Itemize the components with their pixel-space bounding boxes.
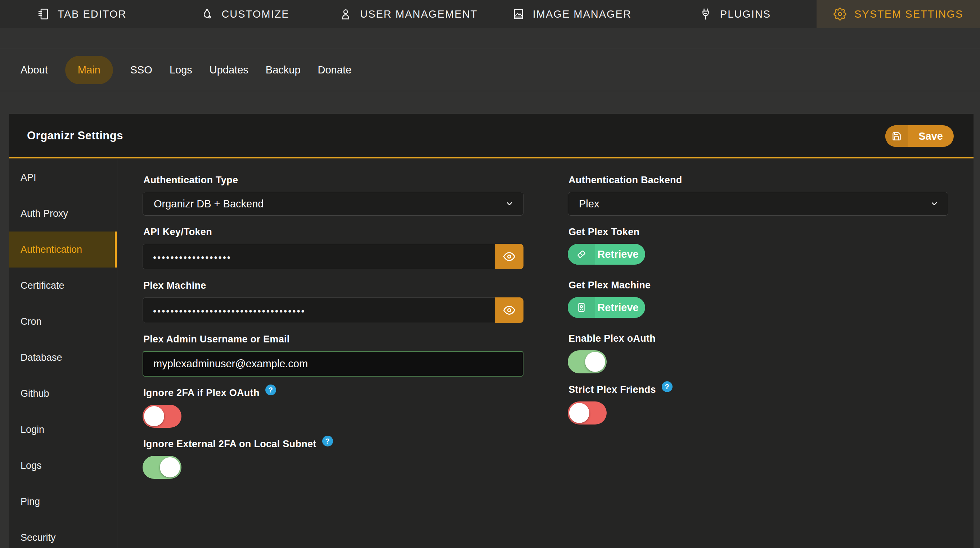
settings-column-right: Authentication Backend Plex Get Plex Tok…: [568, 159, 948, 435]
top-navigation: TAB EDITOR CUSTOMIZE USER MANAGEMENT IMA…: [0, 0, 980, 28]
tab-label: TAB EDITOR: [57, 8, 126, 20]
retrieve-plex-machine-button[interactable]: Retrieve: [568, 297, 645, 318]
retrieve-plex-token-button[interactable]: Retrieve: [568, 244, 645, 264]
tab-system-settings[interactable]: SYSTEM SETTINGS: [816, 0, 980, 28]
subnav-item-main[interactable]: Main: [65, 56, 113, 84]
sidebar-item-authentication[interactable]: Authentication: [9, 231, 117, 268]
field-label: Authentication Backend: [568, 174, 948, 186]
settings-column-left: Authentication Type Organizr DB + Backen…: [143, 159, 523, 489]
ticket-icon: [568, 244, 595, 264]
field-label: Strict Plex Friends: [568, 384, 656, 395]
select-value: Plex: [579, 198, 599, 210]
toggle-knob: [160, 457, 180, 478]
help-icon[interactable]: ?: [322, 436, 333, 446]
tab-label: USER MANAGEMENT: [360, 8, 477, 20]
field-authentication-backend: Authentication Backend Plex: [568, 174, 948, 216]
sidebar-item-github[interactable]: Github: [9, 376, 117, 411]
field-ignore-2fa: Ignore 2FA if Plex OAuth ?: [143, 387, 523, 428]
tab-tab-editor[interactable]: TAB EDITOR: [0, 0, 164, 28]
field-authentication-type: Authentication Type Organizr DB + Backen…: [143, 174, 523, 216]
plex-admin-input[interactable]: [143, 351, 523, 377]
save-button-label: Save: [908, 125, 954, 147]
sidebar-item-certificate[interactable]: Certificate: [9, 268, 117, 304]
subnav-item-logs[interactable]: Logs: [170, 64, 192, 76]
field-label: Get Plex Token: [568, 226, 948, 238]
tab-image-manager[interactable]: IMAGE MANAGER: [490, 0, 654, 28]
panel-header: Organizr Settings Save: [9, 114, 974, 158]
tab-customize[interactable]: CUSTOMIZE: [164, 0, 327, 28]
save-button[interactable]: Save: [885, 125, 954, 147]
field-label: Enable Plex oAuth: [568, 332, 948, 344]
field-label: Ignore External 2FA on Local Subnet: [143, 438, 317, 450]
customize-icon: [200, 8, 213, 21]
plugins-icon: [699, 8, 712, 21]
tab-user-management[interactable]: USER MANAGEMENT: [326, 0, 490, 28]
subnav-item-sso[interactable]: SSO: [130, 64, 152, 76]
authentication-backend-select[interactable]: Plex: [568, 192, 948, 216]
subnav-item-backup[interactable]: Backup: [266, 64, 301, 76]
sidebar-item-security[interactable]: Security: [9, 519, 117, 548]
field-enable-plex-oauth: Enable Plex oAuth: [568, 332, 948, 373]
page-title: Organizr Settings: [27, 129, 123, 142]
field-ignore-external-2fa: Ignore External 2FA on Local Subnet ?: [143, 438, 523, 479]
id-badge-icon: [568, 297, 595, 318]
toggle-knob: [585, 352, 605, 372]
reveal-plex-machine-button[interactable]: [495, 297, 523, 323]
settings-sidebar: API Auth Proxy Authentication Certificat…: [9, 159, 118, 548]
save-icon: [885, 125, 908, 147]
subnav-item-about[interactable]: About: [21, 64, 48, 76]
authentication-type-select[interactable]: Organizr DB + Backend: [143, 192, 523, 216]
strict-plex-friends-toggle[interactable]: [568, 401, 607, 424]
toggle-knob: [144, 406, 164, 426]
chevron-down-icon: [930, 199, 939, 208]
field-get-plex-token: Get Plex Token Retrieve: [568, 226, 948, 264]
field-label: Plex Admin Username or Email: [143, 333, 523, 345]
subnav-item-donate[interactable]: Donate: [318, 64, 352, 76]
field-label: Get Plex Machine: [568, 279, 948, 291]
sidebar-item-ping[interactable]: Ping: [9, 484, 117, 519]
field-api-key: API Key/Token ••••••••••••••••••: [143, 226, 523, 269]
field-label: Plex Machine: [143, 279, 523, 292]
field-plex-admin: Plex Admin Username or Email: [143, 333, 523, 377]
sidebar-item-login[interactable]: Login: [9, 411, 117, 448]
tab-label: CUSTOMIZE: [221, 8, 289, 20]
sidebar-item-database[interactable]: Database: [9, 339, 117, 376]
sidebar-item-cron[interactable]: Cron: [9, 304, 117, 339]
ignore-external-2fa-toggle[interactable]: [143, 456, 181, 479]
reveal-api-key-button[interactable]: [495, 244, 523, 269]
api-key-input[interactable]: ••••••••••••••••••: [143, 244, 495, 269]
eye-icon: [503, 251, 515, 263]
eye-icon: [503, 304, 515, 316]
ignore-2fa-toggle[interactable]: [143, 405, 181, 428]
field-plex-machine: Plex Machine •••••••••••••••••••••••••••…: [143, 279, 523, 323]
field-strict-plex-friends: Strict Plex Friends ?: [568, 384, 948, 424]
toggle-knob: [569, 403, 589, 423]
plex-machine-input[interactable]: •••••••••••••••••••••••••••••••••••: [143, 297, 495, 323]
enable-plex-oauth-toggle[interactable]: [568, 350, 607, 373]
sidebar-item-api[interactable]: API: [9, 159, 117, 196]
tab-plugins[interactable]: PLUGINS: [654, 0, 817, 28]
retrieve-button-label: Retrieve: [595, 244, 645, 264]
help-icon[interactable]: ?: [662, 381, 673, 392]
settings-subnav: About Main SSO Logs Updates Backup Donat…: [0, 49, 980, 91]
sidebar-item-logs[interactable]: Logs: [9, 448, 117, 484]
tab-label: IMAGE MANAGER: [533, 8, 632, 20]
organizr-settings-panel: Organizr Settings Save API Auth Proxy Au…: [9, 114, 974, 548]
help-icon[interactable]: ?: [265, 384, 276, 395]
field-label: API Key/Token: [143, 226, 523, 238]
field-get-plex-machine: Get Plex Machine Retrieve: [568, 279, 948, 318]
field-label: Authentication Type: [143, 174, 523, 186]
system-settings-icon: [834, 8, 846, 21]
field-label: Ignore 2FA if Plex OAuth: [143, 387, 259, 398]
image-manager-icon: [512, 8, 525, 21]
user-management-icon: [339, 8, 352, 21]
sidebar-item-auth-proxy[interactable]: Auth Proxy: [9, 196, 117, 231]
tab-label: PLUGINS: [720, 8, 771, 20]
tab-editor-icon: [37, 8, 50, 21]
subnav-item-updates[interactable]: Updates: [210, 64, 248, 76]
select-value: Organizr DB + Backend: [154, 198, 264, 210]
settings-content: Authentication Type Organizr DB + Backen…: [118, 159, 974, 548]
chevron-down-icon: [505, 199, 514, 208]
retrieve-button-label: Retrieve: [595, 297, 645, 318]
tab-label: SYSTEM SETTINGS: [854, 8, 963, 20]
